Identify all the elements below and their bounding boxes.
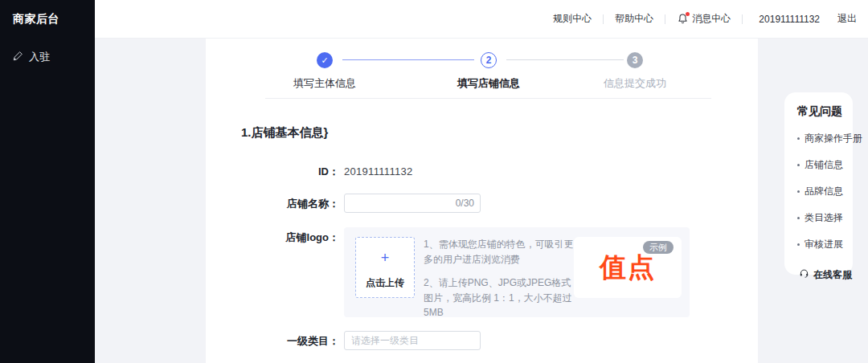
logo-label: 店铺logo： [206,227,339,248]
bullet-dot-icon [797,164,800,166]
upload-label: 点击上传 [366,276,404,290]
step-connector-pending [506,59,624,60]
nav-separator [665,14,665,24]
faq-item-label: 品牌信息 [805,185,843,198]
section-divider [265,98,711,99]
account-id[interactable]: 201911111132 [759,14,820,25]
section-title: 1.店铺基本信息} [241,125,758,141]
form-row-category: 一级类目： [206,331,758,352]
main-form-card: ✓ 2 3 填写主体信息 填写店铺信息 信息提交成功 1.店铺基本信息} ID：… [206,39,758,363]
notification-dot [686,12,690,16]
faq-item-label: 店铺信息 [805,158,843,172]
step-connector-done [342,59,474,60]
headset-icon [799,267,809,282]
logo-upload-panel: + 点击上传 1、需体现您店铺的特色，可吸引更多的用户进店浏览消费 2、请上传P… [344,227,690,317]
category-select-input[interactable] [344,331,481,350]
logo-example-card: 值点 示例 [574,237,682,298]
nav-message-center[interactable]: 消息中心 [677,12,731,26]
faq-panel: 常见问题 商家操作手册 店铺信息 品牌信息 类目选择 审核进展 [784,92,853,275]
step-3-label: 信息提交成功 [583,76,687,91]
faq-item-category[interactable]: 类目选择 [797,211,843,225]
logo-tip-2: 2、请上传PNG、JPG或JPEG格式图片，宽高比例 1：1，大小不超过5MB [424,275,574,320]
bell-icon [677,13,689,25]
content-column: 规则中心 帮助中心 消息中心 201911111132 退出 ✓ [95,0,868,363]
step-1-label: 填写主体信息 [272,76,377,91]
faq-item-label: 审核进展 [805,238,843,251]
shop-name-label: 店铺名称： [206,194,339,214]
shop-name-input-wrap: 0/30 [344,194,481,213]
bullet-dot-icon [797,243,800,246]
id-label: ID： [206,161,339,182]
upload-button[interactable]: + 点击上传 [355,237,415,298]
example-badge: 示例 [643,241,674,254]
left-sidebar: 商家后台 入驻 [0,0,95,363]
sidebar-item-label: 入驻 [29,50,50,64]
faq-item-manual[interactable]: 商家操作手册 [797,132,843,145]
top-bar: 规则中心 帮助中心 消息中心 201911111132 退出 [95,0,868,39]
page-background: ✓ 2 3 填写主体信息 填写店铺信息 信息提交成功 1.店铺基本信息} ID：… [95,39,868,363]
faq-title: 常见问题 [797,104,843,119]
faq-item-review[interactable]: 审核进展 [797,238,843,251]
nav-help-center[interactable]: 帮助中心 [615,12,653,26]
faq-item-label: 商家操作手册 [805,132,862,145]
logout-link[interactable]: 退出 [837,12,857,26]
online-service-button[interactable]: 在线客服 [799,267,843,282]
online-service-label: 在线客服 [813,268,852,282]
step-3-number: 3 [627,52,643,68]
nav-message-center-label: 消息中心 [692,12,731,26]
progress-stepper: ✓ 2 3 填写主体信息 填写店铺信息 信息提交成功 [206,39,758,98]
step-2-label: 填写店铺信息 [436,76,541,91]
sidebar-item-entry[interactable]: 入驻 [0,41,95,73]
faq-item-label: 类目选择 [805,211,843,225]
nav-rules-center[interactable]: 规则中心 [553,12,592,26]
bullet-dot-icon [797,190,800,193]
id-value: 201911111132 [344,161,413,182]
category-label: 一级类目： [206,331,339,352]
step-1-check-icon: ✓ [317,52,333,68]
logo-tip-1: 1、需体现您店铺的特色，可吸引更多的用户进店浏览消费 [424,237,574,267]
form-row-shop-name: 店铺名称： 0/30 [206,194,758,214]
char-counter: 0/30 [456,194,474,213]
pen-icon [13,51,23,63]
nav-separator [603,14,604,24]
example-brand-logo: 值点 [600,250,656,286]
bullet-dot-icon [797,137,800,140]
faq-item-shop-info[interactable]: 店铺信息 [797,158,843,172]
form-row-id: ID： 201911111132 [206,161,758,182]
form-row-logo: 店铺logo： + 点击上传 1、需体现您店铺的特色，可吸引更多的用户进店浏览消… [206,227,758,317]
shop-info-form: ID： 201911111132 店铺名称： 0/30 店铺logo： [206,161,758,352]
plus-icon: + [381,251,390,265]
category-input-wrap [344,331,481,350]
nav-separator [742,14,743,24]
app-brand: 商家后台 [0,0,95,35]
faq-item-brand-info[interactable]: 品牌信息 [797,185,843,198]
logo-instructions: 1、需体现您店铺的特色，可吸引更多的用户进店浏览消费 2、请上传PNG、JPG或… [424,237,574,308]
bullet-dot-icon [797,217,800,219]
step-2-number: 2 [481,52,497,68]
